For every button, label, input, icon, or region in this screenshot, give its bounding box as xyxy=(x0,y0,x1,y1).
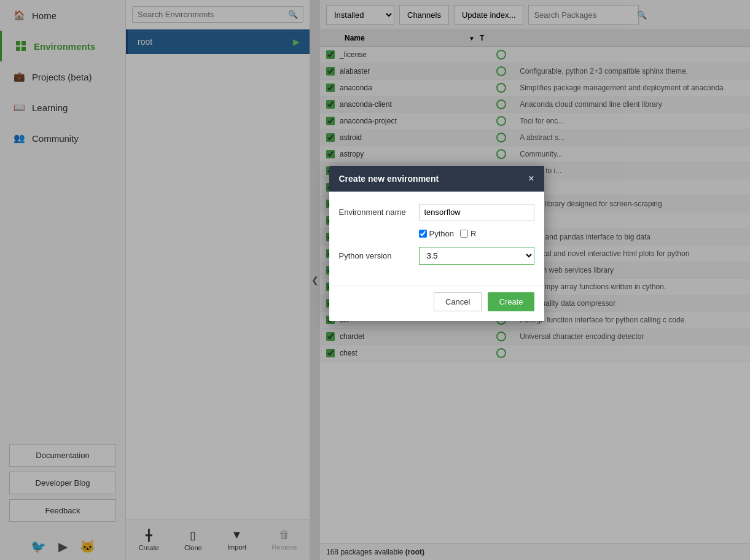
create-button[interactable]: Create xyxy=(488,292,534,311)
r-label: R xyxy=(471,229,476,238)
python-version-field: Python version 2.73.43.53.6 xyxy=(339,247,534,265)
env-name-field: Environment name xyxy=(339,204,534,220)
modal-header: Create new environment × xyxy=(329,166,544,192)
cancel-button[interactable]: Cancel xyxy=(434,292,482,311)
python-version-label: Python version xyxy=(339,251,413,260)
env-name-label: Environment name xyxy=(339,208,413,217)
modal-footer: Cancel Create xyxy=(329,286,544,321)
python-label: Python xyxy=(429,229,454,238)
env-name-input[interactable] xyxy=(419,204,534,220)
r-checkbox[interactable] xyxy=(460,230,468,238)
modal-title: Create new environment xyxy=(339,174,439,184)
python-version-select[interactable]: 2.73.43.53.6 xyxy=(419,247,534,265)
modal-body: Environment name Python R Python version… xyxy=(329,192,544,286)
python-checkbox[interactable] xyxy=(419,230,427,238)
python-checkbox-item: Python xyxy=(419,229,454,238)
r-checkbox-item: R xyxy=(460,229,476,238)
modal-overlay: Create new environment × Environment nam… xyxy=(0,0,750,560)
modal-close-button[interactable]: × xyxy=(528,173,534,184)
create-env-modal: Create new environment × Environment nam… xyxy=(329,166,544,321)
modal-checkboxes: Python R xyxy=(419,229,534,238)
